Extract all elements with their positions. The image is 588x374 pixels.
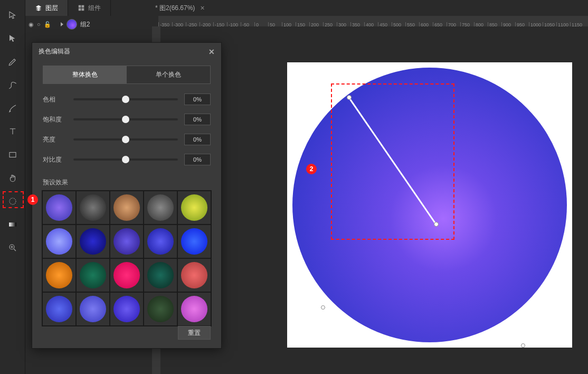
preset-ball <box>46 194 72 221</box>
slider-value[interactable]: 0% <box>184 154 211 165</box>
slider-row: 色相0% <box>43 94 211 105</box>
zoom-tool[interactable] <box>6 242 20 254</box>
gradient-tool[interactable] <box>6 219 20 230</box>
preset-swatch[interactable] <box>77 293 109 325</box>
preset-swatch[interactable] <box>110 225 143 258</box>
ruler-tick: 250 <box>323 22 333 26</box>
reset-button[interactable]: 重置 <box>178 326 211 340</box>
slider-thumb[interactable] <box>122 156 129 163</box>
preset-ball <box>181 194 207 221</box>
slider-track[interactable] <box>73 138 178 141</box>
components-icon <box>78 4 85 12</box>
brush-tool[interactable] <box>6 102 20 114</box>
preset-ball <box>181 296 207 322</box>
canvas-handle[interactable] <box>521 343 525 348</box>
preset-ball <box>147 262 174 288</box>
preset-swatch[interactable] <box>43 191 75 224</box>
preset-swatch[interactable] <box>144 259 177 292</box>
preset-ball <box>113 228 140 255</box>
layer-row[interactable]: ◉ ○ 🔓 组2 <box>25 16 150 33</box>
preset-swatch[interactable] <box>110 259 143 292</box>
ruler-tick: -100 <box>227 22 238 26</box>
slider-value[interactable]: 0% <box>184 134 211 145</box>
preset-swatch[interactable] <box>144 225 177 258</box>
layers-icon <box>35 4 42 12</box>
close-icon[interactable]: ✕ <box>208 48 215 56</box>
ruler-tick: 1000 <box>529 22 541 26</box>
preset-swatch[interactable] <box>178 191 211 224</box>
preset-swatch[interactable] <box>178 225 211 258</box>
file-tab[interactable]: * 图2(66.67%) × <box>148 0 212 16</box>
slider-track[interactable] <box>73 158 178 161</box>
preset-ball <box>46 296 72 322</box>
slider-thumb[interactable] <box>122 136 129 143</box>
tab-overall-color[interactable]: 整体换色 <box>43 66 127 83</box>
ruler-tick: 700 <box>447 22 456 26</box>
direct-select-tool[interactable] <box>6 33 20 44</box>
preset-swatch[interactable] <box>110 191 143 224</box>
preset-ball <box>46 228 72 255</box>
gradient-handle-start[interactable] <box>347 95 352 100</box>
gradient-handle-end[interactable] <box>434 222 439 227</box>
close-icon[interactable]: × <box>200 4 204 12</box>
preset-ball <box>80 228 106 255</box>
layers-panel: ◉ ○ 🔓 组2 <box>25 16 150 37</box>
layer-thumbnail <box>67 19 77 30</box>
presets-grid <box>42 190 212 326</box>
slider-value[interactable]: 0% <box>184 114 211 125</box>
preset-ball <box>147 228 174 255</box>
slider-label: 亮度 <box>43 135 67 144</box>
canvas-handle[interactable] <box>321 305 325 310</box>
presets-label: 预设效果 <box>32 178 221 187</box>
pen-tool[interactable] <box>6 56 20 68</box>
lock-icon[interactable]: 🔓 <box>44 21 51 28</box>
preset-swatch[interactable] <box>77 225 109 258</box>
ruler-tick: 400 <box>364 22 374 26</box>
preset-swatch[interactable] <box>77 191 109 224</box>
canvas[interactable] <box>287 62 572 348</box>
preset-swatch[interactable] <box>178 259 211 292</box>
slider-thumb[interactable] <box>122 116 129 123</box>
preset-swatch[interactable] <box>144 191 177 224</box>
text-tool[interactable] <box>6 126 20 137</box>
tab-layers[interactable]: 图层 <box>25 0 68 16</box>
tab-components[interactable]: 组件 <box>68 0 111 16</box>
ruler-tick: -250 <box>186 22 197 26</box>
preset-swatch[interactable] <box>43 293 75 325</box>
hand-tool[interactable] <box>6 172 20 184</box>
dialog-header: 换色编辑器 ✕ <box>32 43 221 60</box>
gradient-object[interactable] <box>292 68 567 342</box>
ruler-tick: 50 <box>268 22 275 26</box>
expand-icon[interactable] <box>61 22 63 26</box>
svg-rect-6 <box>79 8 81 11</box>
tab-single-color[interactable]: 单个换色 <box>127 66 210 83</box>
select-tool[interactable] <box>6 10 20 21</box>
preset-swatch[interactable] <box>110 293 143 325</box>
ruler-tick: -50 <box>241 22 249 26</box>
slider-track[interactable] <box>73 98 178 100</box>
preset-swatch[interactable] <box>178 293 211 325</box>
ruler-tick: 200 <box>309 22 319 26</box>
rotate-tool[interactable] <box>6 195 20 207</box>
dot-icon[interactable]: ○ <box>37 21 41 27</box>
preset-ball <box>113 194 140 221</box>
canvas-area[interactable] <box>160 26 588 374</box>
ruler-tick: 100 <box>282 22 291 26</box>
ruler-tick: 150 <box>296 22 305 26</box>
preset-swatch[interactable] <box>77 259 109 292</box>
preset-swatch[interactable] <box>144 293 177 325</box>
slider-track[interactable] <box>73 118 178 120</box>
layer-name: 组2 <box>80 20 90 29</box>
visibility-icon[interactable]: ◉ <box>29 21 34 28</box>
preset-swatch[interactable] <box>43 225 75 258</box>
slider-thumb[interactable] <box>122 96 129 103</box>
preset-ball <box>113 262 140 288</box>
preset-ball <box>181 228 207 255</box>
ruler-tick: 550 <box>405 22 415 26</box>
preset-ball <box>181 262 207 288</box>
shape-tool[interactable] <box>6 149 20 161</box>
curve-tool[interactable] <box>6 79 20 91</box>
layer-controls: ◉ ○ 🔓 <box>29 21 51 28</box>
preset-swatch[interactable] <box>43 259 75 292</box>
slider-value[interactable]: 0% <box>184 94 211 105</box>
